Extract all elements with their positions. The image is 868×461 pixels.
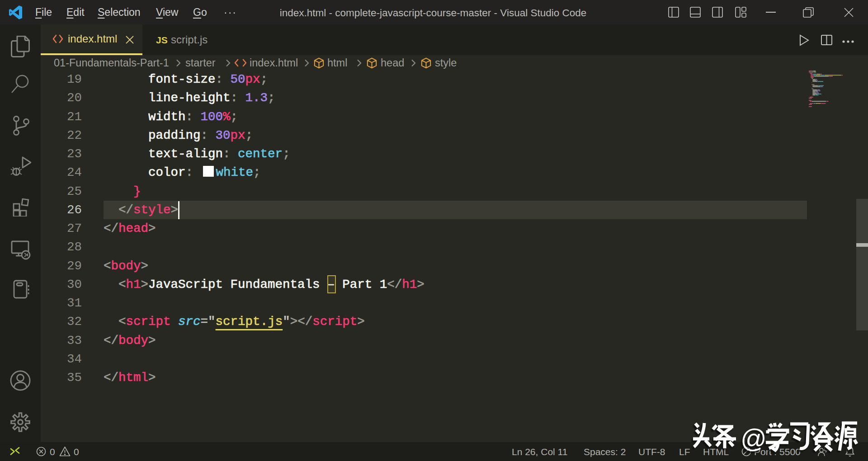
svg-text:@: @ [741,424,767,453]
